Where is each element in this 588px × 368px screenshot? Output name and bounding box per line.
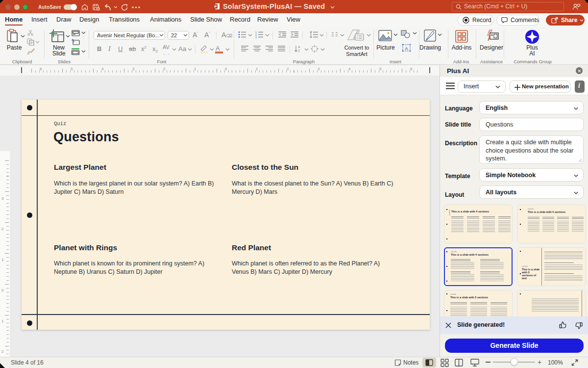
svg-text:3: 3 [255, 36, 257, 38]
svg-text:Z: Z [298, 49, 300, 53]
svg-text:P: P [214, 4, 217, 9]
svg-text:A: A [405, 46, 408, 51]
svg-text:A: A [298, 45, 300, 49]
